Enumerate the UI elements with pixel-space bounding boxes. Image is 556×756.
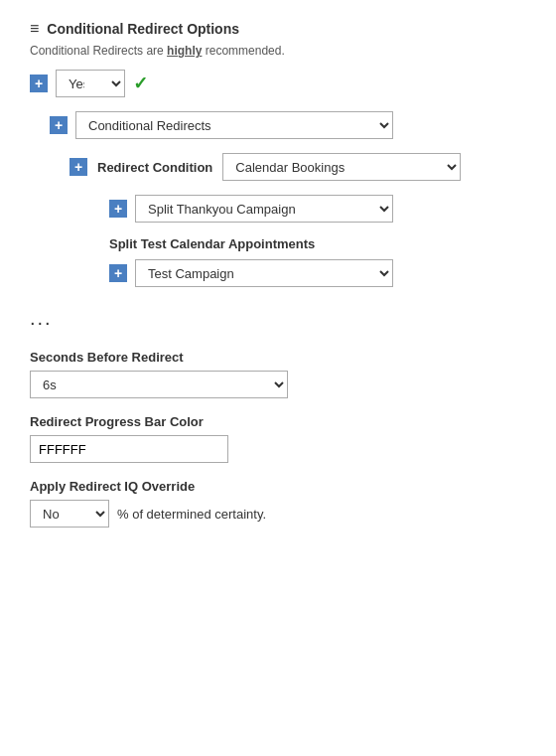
progress-bar-color-input[interactable]: [30, 435, 228, 463]
split-test-label: Split Test Calendar Appointments: [109, 236, 526, 251]
override-select[interactable]: No Yes: [30, 500, 109, 528]
test-campaign-select[interactable]: Test Campaign: [135, 259, 393, 287]
section-header: ≡ Conditional Redirect Options: [30, 20, 526, 38]
redirect-condition-plus-button[interactable]: +: [70, 158, 87, 176]
split-thankyou-plus-button[interactable]: +: [109, 200, 127, 218]
redirect-condition-row: + Redirect Condition Calendar Bookings: [70, 153, 526, 181]
conditional-redirects-select[interactable]: Conditional Redirects: [75, 111, 393, 139]
seconds-label: Seconds Before Redirect: [30, 350, 526, 365]
override-row: No Yes % of determined certainty.: [30, 500, 526, 528]
split-thankyou-select[interactable]: Split Thankyou Campaign: [135, 195, 393, 223]
redirect-condition-label: Redirect Condition: [97, 160, 212, 175]
subtitle-highlight: highly: [167, 44, 202, 58]
split-thankyou-row: + Split Thankyou Campaign: [109, 195, 526, 223]
seconds-select[interactable]: 6s 1s 2s 3s 4s 5s 7s 8s 9s 10s: [30, 371, 288, 398]
test-campaign-row: + Test Campaign: [109, 259, 526, 287]
yes-row: + Yes No ✓: [30, 70, 526, 97]
yes-select[interactable]: Yes No: [56, 70, 125, 97]
apply-redirect-group: Apply Redirect IQ Override No Yes % of d…: [30, 479, 526, 528]
progress-bar-color-group: Redirect Progress Bar Color: [30, 414, 526, 463]
test-campaign-plus-button[interactable]: +: [109, 264, 127, 282]
hamburger-icon: ≡: [30, 20, 39, 38]
seconds-field-group: Seconds Before Redirect 6s 1s 2s 3s 4s 5…: [30, 350, 526, 398]
yes-plus-button[interactable]: +: [30, 75, 48, 92]
subtitle: Conditional Redirects are highly recomme…: [30, 44, 526, 58]
override-suffix-text: % of determined certainty.: [117, 507, 266, 522]
divider-dots: ...: [30, 307, 526, 330]
conditional-redirects-row: + Conditional Redirects: [50, 111, 526, 139]
progress-bar-color-label: Redirect Progress Bar Color: [30, 414, 526, 429]
conditional-plus-button[interactable]: +: [50, 116, 68, 134]
apply-redirect-label: Apply Redirect IQ Override: [30, 479, 526, 494]
redirect-condition-select[interactable]: Calendar Bookings: [222, 153, 461, 181]
check-icon: ✓: [133, 73, 148, 94]
section-title: Conditional Redirect Options: [47, 21, 239, 37]
